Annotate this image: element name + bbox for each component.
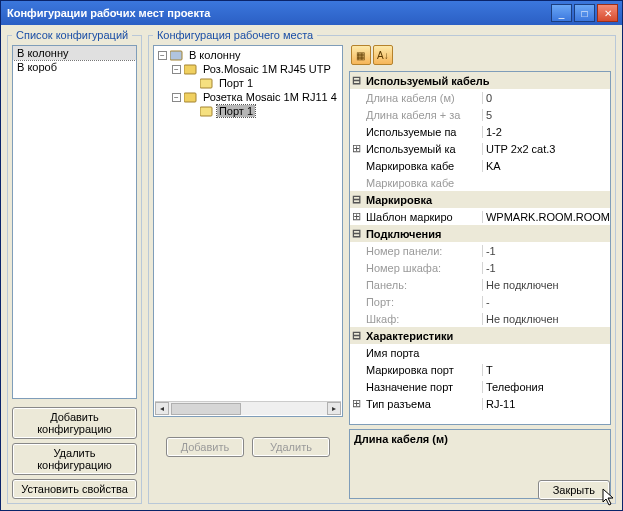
- property-name: Используемые па: [364, 126, 482, 138]
- property-value[interactable]: WPMARK.ROOM.ROOM: [482, 211, 610, 223]
- tree-node[interactable]: −Роз.Mosaic 1M RJ45 UTP: [156, 62, 340, 76]
- property-name: Используемый ка: [364, 143, 482, 155]
- property-value[interactable]: Телефония: [482, 381, 610, 393]
- categorize-icon[interactable]: ▦: [351, 45, 371, 65]
- outlet-icon: [184, 90, 198, 104]
- computer-icon: [170, 48, 184, 62]
- scroll-left-icon[interactable]: ◂: [155, 402, 169, 415]
- property-name: Панель:: [364, 279, 482, 291]
- titlebar: Конфигурации рабочих мест проекта _ □ ✕: [1, 1, 622, 25]
- property-row[interactable]: Маркировка портT: [350, 361, 610, 378]
- svg-rect-0: [170, 51, 182, 60]
- property-value[interactable]: UTP 2x2 cat.3: [482, 143, 610, 155]
- property-row[interactable]: Панель:Не подключен: [350, 276, 610, 293]
- property-name: Номер панели:: [364, 245, 482, 257]
- property-name: Назначение порт: [364, 381, 482, 393]
- tree-scrollbar-h[interactable]: ◂▸: [155, 401, 341, 415]
- property-value[interactable]: 0: [482, 92, 610, 104]
- scroll-thumb[interactable]: [171, 403, 241, 415]
- property-row[interactable]: Длина кабеля + за5: [350, 106, 610, 123]
- scroll-right-icon[interactable]: ▸: [327, 402, 341, 415]
- tree-port[interactable]: Порт 1: [156, 76, 340, 90]
- svg-rect-3: [184, 93, 196, 102]
- property-row[interactable]: Номер шкафа:-1: [350, 259, 610, 276]
- property-name: Маркировка кабе: [364, 177, 482, 189]
- property-row[interactable]: ⊞Шаблон маркироWPMARK.ROOM.ROOM: [350, 208, 610, 225]
- tree-delete-button[interactable]: Удалить: [252, 437, 330, 457]
- port-icon: [200, 104, 214, 118]
- tree-root[interactable]: −В колонну: [156, 48, 340, 62]
- property-row[interactable]: Используемые па1-2: [350, 123, 610, 140]
- tree-node[interactable]: −Розетка Mosaic 1M RJ11 4: [156, 90, 340, 104]
- delete-config-button[interactable]: Удалить конфигурацию: [12, 443, 137, 475]
- property-name: Длина кабеля (м): [364, 92, 482, 104]
- property-category[interactable]: ⊟Характеристики: [350, 327, 610, 344]
- property-toolbar: ▦ A↓: [349, 45, 611, 67]
- property-category[interactable]: ⊟Маркировка: [350, 191, 610, 208]
- workspace-config-group: Конфигурация рабочего места −В колонну−Р…: [148, 29, 616, 504]
- config-listbox[interactable]: В колоннуВ короб: [12, 45, 137, 399]
- property-row[interactable]: Длина кабеля (м)0: [350, 89, 610, 106]
- svg-rect-4: [200, 107, 212, 116]
- tree-add-button[interactable]: Добавить: [166, 437, 244, 457]
- tree-view[interactable]: −В колонну−Роз.Mosaic 1M RJ45 UTPПорт 1−…: [153, 45, 343, 417]
- tree-port[interactable]: Порт 1: [156, 104, 340, 118]
- property-name: Порт:: [364, 296, 482, 308]
- property-row[interactable]: ⊞Используемый каUTP 2x2 cat.3: [350, 140, 610, 157]
- property-row[interactable]: Шкаф:Не подключен: [350, 310, 610, 327]
- property-category[interactable]: ⊟Используемый кабель: [350, 72, 610, 89]
- property-value[interactable]: Не подключен: [482, 313, 610, 325]
- property-name: Номер шкафа:: [364, 262, 482, 274]
- property-grid[interactable]: ⊟Используемый кабельДлина кабеля (м)0Дли…: [349, 71, 611, 425]
- close-dialog-button[interactable]: Закрыть: [538, 480, 610, 500]
- property-name: Маркировка кабе: [364, 160, 482, 172]
- workspace-config-legend: Конфигурация рабочего места: [153, 29, 317, 41]
- port-icon: [200, 76, 214, 90]
- property-name: Длина кабеля + за: [364, 109, 482, 121]
- property-row[interactable]: Порт:-: [350, 293, 610, 310]
- minimize-button[interactable]: _: [551, 4, 572, 22]
- property-row[interactable]: Назначение портТелефония: [350, 378, 610, 395]
- property-value[interactable]: -: [482, 296, 610, 308]
- config-list-legend: Список конфигураций: [12, 29, 132, 41]
- property-category[interactable]: ⊟Подключения: [350, 225, 610, 242]
- svg-rect-2: [200, 79, 212, 88]
- property-name: Шаблон маркиро: [364, 211, 482, 223]
- window-title: Конфигурации рабочих мест проекта: [5, 7, 549, 19]
- property-value[interactable]: T: [482, 364, 610, 376]
- property-name: Маркировка порт: [364, 364, 482, 376]
- sort-az-icon[interactable]: A↓: [373, 45, 393, 65]
- property-value[interactable]: Не подключен: [482, 279, 610, 291]
- property-name: Шкаф:: [364, 313, 482, 325]
- property-row[interactable]: Маркировка кабе: [350, 174, 610, 191]
- svg-rect-1: [184, 65, 196, 74]
- property-row[interactable]: Номер панели:-1: [350, 242, 610, 259]
- maximize-button[interactable]: □: [574, 4, 595, 22]
- property-row[interactable]: Маркировка кабеKA: [350, 157, 610, 174]
- config-list-item[interactable]: В колонну: [13, 46, 136, 60]
- property-name: Имя порта: [364, 347, 482, 359]
- property-value[interactable]: KA: [482, 160, 610, 172]
- outlet-icon: [184, 62, 198, 76]
- property-value[interactable]: RJ-11: [482, 398, 610, 410]
- property-value[interactable]: -1: [482, 262, 610, 274]
- add-config-button[interactable]: Добавить конфигурацию: [12, 407, 137, 439]
- property-value[interactable]: 1-2: [482, 126, 610, 138]
- config-list-group: Список конфигураций В колоннуВ короб Доб…: [7, 29, 142, 504]
- property-name: Тип разъема: [364, 398, 482, 410]
- property-value[interactable]: -1: [482, 245, 610, 257]
- property-value[interactable]: 5: [482, 109, 610, 121]
- property-row[interactable]: ⊞Тип разъемаRJ-11: [350, 395, 610, 412]
- config-list-item[interactable]: В короб: [13, 60, 136, 74]
- close-button[interactable]: ✕: [597, 4, 618, 22]
- set-properties-button[interactable]: Установить свойства: [12, 479, 137, 499]
- property-row[interactable]: Имя порта: [350, 344, 610, 361]
